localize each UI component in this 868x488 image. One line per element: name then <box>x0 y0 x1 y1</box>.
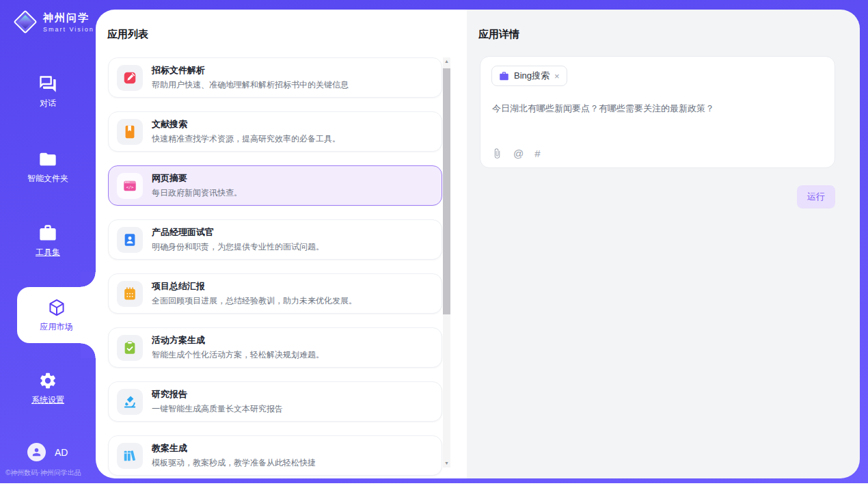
run-button[interactable]: 运行 <box>797 185 835 208</box>
prompt-input[interactable]: 今日湖北有哪些新闻要点？有哪些需要关注的最新政策？ <box>492 102 824 116</box>
sidebar-item-toolset[interactable]: 工具集 <box>0 223 96 258</box>
app-list-panel: 应用列表 招标文件解析 帮助用户快速、准确地理解和解析招标书中的关键信息 文献搜… <box>96 10 467 478</box>
sidebar-item-chat[interactable]: 对话 <box>0 74 96 109</box>
sidebar-item-label: 智能文件夹 <box>27 173 68 185</box>
app-card-description: 模板驱动，教案秒成，教学准备从此轻松快捷 <box>152 457 316 469</box>
scrollbar-thumb[interactable] <box>443 68 450 314</box>
app-card-lesson-plan-generation[interactable]: 教案生成 模板驱动，教案秒成，教学准备从此轻松快捷 <box>108 435 442 476</box>
edit-document-icon <box>117 65 143 91</box>
app-card-title: 教案生成 <box>152 442 316 455</box>
scroll-down-icon[interactable]: ▼ <box>443 459 450 467</box>
chat-icon <box>38 74 57 94</box>
user-avatar-icon <box>27 443 46 461</box>
app-card-description: 全面回顾项目进展，总结经验教训，助力未来优化发展。 <box>152 295 357 307</box>
app-card-bid-document-analysis[interactable]: 招标文件解析 帮助用户快速、准确地理解和解析招标书中的关键信息 <box>108 57 442 98</box>
sidebar-item-smart-folders[interactable]: 智能文件夹 <box>0 149 96 185</box>
app-card-literature-search[interactable]: 文献搜索 快速精准查找学术资源，提高研究效率的必备工具。 <box>108 111 442 152</box>
user-initials: AD <box>55 447 68 458</box>
content-area: 应用列表 招标文件解析 帮助用户快速、准确地理解和解析招标书中的关键信息 文献搜… <box>96 10 860 478</box>
mention-icon[interactable]: @ <box>513 148 524 159</box>
svg-text:</>: </> <box>126 185 134 189</box>
folder-icon <box>38 150 57 169</box>
app-card-description: 智能生成个性化活动方案，轻松解决规划难题。 <box>152 349 324 361</box>
app-card-title: 招标文件解析 <box>152 64 349 77</box>
sidebar-item-app-market[interactable]: 应用市场 <box>17 287 96 343</box>
hash-icon[interactable]: # <box>534 148 540 159</box>
microscope-icon <box>117 389 143 415</box>
app-card-title: 产品经理面试官 <box>152 226 324 239</box>
interview-icon <box>117 227 143 253</box>
sidebar-footer: ©神州数码·神州问学出品 <box>5 468 96 478</box>
scroll-up-icon[interactable]: ▲ <box>443 57 450 66</box>
app-card-title: 项目总结汇报 <box>152 280 357 293</box>
user-account[interactable]: AD <box>27 443 68 461</box>
briefcase-icon <box>499 71 509 81</box>
app-detail-panel: 应用详情 Bing搜索 × 今日湖北有哪些新闻要点？有哪些需要关注的最新政策？ … <box>467 10 860 478</box>
app-card-title: 研究报告 <box>152 388 283 401</box>
tab-fillet-bottom <box>81 343 96 358</box>
app-detail-title: 应用详情 <box>478 28 519 41</box>
app-card-event-plan-generation[interactable]: 活动方案生成 智能生成个性化活动方案，轻松解决规划难题。 <box>108 327 442 368</box>
app-card-description: 每日政府新闻资讯快查。 <box>152 187 242 199</box>
sidebar-item-label: 对话 <box>40 98 56 109</box>
book-icon <box>117 119 143 145</box>
gear-icon <box>38 371 57 390</box>
app-list-title: 应用列表 <box>107 28 148 41</box>
sidebar-item-label: 应用市场 <box>40 321 73 333</box>
app-card-list: 招标文件解析 帮助用户快速、准确地理解和解析招标书中的关键信息 文献搜索 快速精… <box>108 57 442 478</box>
tool-tag-label: Bing搜索 <box>514 70 550 82</box>
app-card-project-summary-report[interactable]: 项目总结汇报 全面回顾项目进展，总结经验教训，助力未来优化发展。 <box>108 273 442 314</box>
app-card-description: 快速精准查找学术资源，提高研究效率的必备工具。 <box>152 133 340 145</box>
app-card-research-report[interactable]: 研究报告 一键智能生成高质量长文本研究报告 <box>108 381 442 422</box>
app-card-description: 帮助用户快速、准确地理解和解析招标书中的关键信息 <box>152 79 349 91</box>
brand-logo: 神州问学 Smart Vision <box>12 9 94 35</box>
brand-name: 神州问学 <box>43 12 94 25</box>
tool-tag-bing-search[interactable]: Bing搜索 × <box>491 66 567 86</box>
sidebar-item-label: 工具集 <box>36 247 60 258</box>
app-card-title: 文献搜索 <box>152 118 340 131</box>
browser-code-icon: </> <box>117 173 143 199</box>
app-card-webpage-summary[interactable]: </> 网页摘要 每日政府新闻资讯快查。 <box>108 165 442 206</box>
diamond-logo-icon <box>12 9 38 35</box>
sidebar: 神州问学 Smart Vision 对话 智能文件夹 工具集 应用市场 系统设置… <box>0 0 96 483</box>
toolbox-icon <box>38 223 57 243</box>
prompt-card: Bing搜索 × 今日湖北有哪些新闻要点？有哪些需要关注的最新政策？ @# <box>480 56 835 168</box>
app-card-description: 明确身份和职责，为您提供专业性的面试问题。 <box>152 241 324 253</box>
sidebar-item-label: 系统设置 <box>31 394 64 406</box>
sidebar-item-settings[interactable]: 系统设置 <box>0 370 96 406</box>
tab-fillet-top <box>81 272 96 287</box>
prompt-toolbar: @# <box>492 148 541 159</box>
clipboard-check-icon <box>117 335 143 361</box>
books-icon <box>117 443 143 469</box>
app-card-title: 网页摘要 <box>152 172 242 185</box>
app-card-title: 活动方案生成 <box>152 334 324 347</box>
app-card-pm-interviewer[interactable]: 产品经理面试官 明确身份和职责，为您提供专业性的面试问题。 <box>108 219 442 260</box>
notepad-icon <box>117 281 143 307</box>
brand-subtitle: Smart Vision <box>43 26 94 33</box>
close-icon[interactable]: × <box>554 72 560 81</box>
app-card-description: 一键智能生成高质量长文本研究报告 <box>152 403 283 415</box>
cube-icon <box>47 298 66 317</box>
attachment-icon[interactable] <box>492 148 502 159</box>
app-list-scrollbar[interactable]: ▲ ▼ <box>443 57 450 467</box>
